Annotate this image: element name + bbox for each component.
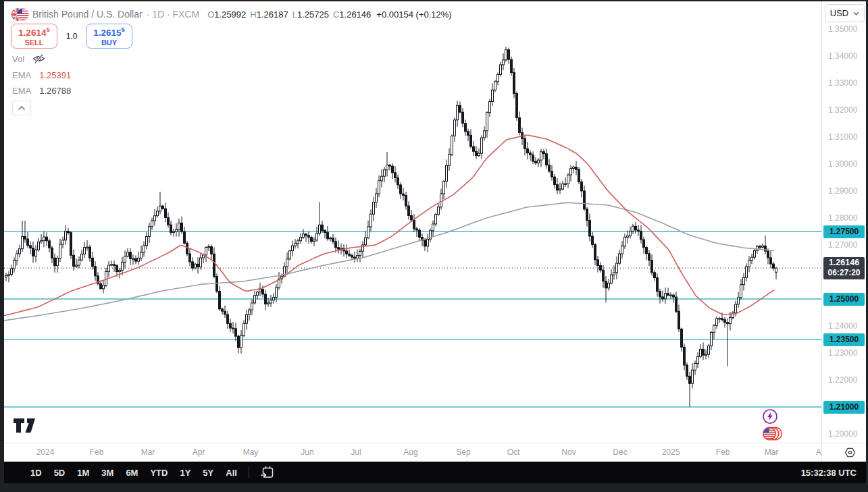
toolbar-divider bbox=[249, 466, 249, 479]
price-tick: 1.32000 bbox=[828, 105, 857, 115]
time-tick[interactable]: Oct bbox=[507, 447, 520, 457]
symbol-meta[interactable]: · 1D · FXCM bbox=[147, 9, 200, 20]
ema-fast-value: 1.25391 bbox=[39, 70, 71, 80]
price-tick: 1.33000 bbox=[828, 78, 857, 88]
time-tick[interactable]: Jun bbox=[301, 447, 313, 457]
currency-dropdown[interactable]: USD bbox=[825, 4, 865, 22]
currency-pair-flags-icon bbox=[11, 7, 28, 21]
bottom-toolbar: 1D5D1M3M6MYTD1Y5YAll 15:32:38 UTC bbox=[4, 462, 866, 483]
range-button-all[interactable]: All bbox=[220, 465, 243, 481]
time-tick[interactable]: Aug bbox=[403, 447, 417, 457]
price-tick: 1.23000 bbox=[828, 348, 857, 358]
range-button-3m[interactable]: 3M bbox=[95, 465, 120, 481]
event-lightning-icon[interactable] bbox=[762, 408, 778, 425]
price-tick: 1.28000 bbox=[828, 213, 857, 223]
ema-fast-label: EMA bbox=[12, 70, 31, 80]
volume-label: Vol bbox=[12, 54, 24, 64]
chevron-down-icon bbox=[853, 11, 859, 16]
key-level-price-label: 1.21000 bbox=[823, 401, 865, 414]
tradingview-chart-page: British Pound / U.S. Dollar · 1D · FXCM … bbox=[0, 0, 868, 492]
ohlc-values: O1.25992H1.26187L1.25725C1.26146 bbox=[207, 9, 371, 20]
time-tick[interactable]: Mar bbox=[141, 447, 155, 457]
time-tick[interactable]: Feb bbox=[90, 447, 104, 457]
range-button-6m[interactable]: 6M bbox=[120, 465, 144, 481]
range-button-1m[interactable]: 1M bbox=[71, 465, 95, 481]
range-button-1d[interactable]: 1D bbox=[24, 465, 48, 481]
ohlc-item: O1.25992 bbox=[207, 9, 246, 20]
price-tick: 1.27000 bbox=[828, 240, 857, 250]
buy-button[interactable]: 1.26155 BUY bbox=[86, 24, 132, 49]
time-tick[interactable]: Feb bbox=[716, 447, 730, 457]
volume-legend-row[interactable]: Vol bbox=[12, 53, 45, 64]
time-tick[interactable]: 2025 bbox=[662, 447, 680, 457]
time-tick[interactable]: Mar bbox=[765, 447, 779, 457]
key-level-lines bbox=[4, 231, 821, 407]
tradingview-logo[interactable] bbox=[13, 418, 36, 433]
key-level-price-label: 1.23500 bbox=[823, 333, 865, 346]
ema-slow-legend-row[interactable]: EMA 1.26788 bbox=[12, 86, 71, 96]
price-tick: 1.31000 bbox=[828, 132, 857, 142]
buy-label: BUY bbox=[101, 38, 117, 48]
sell-button[interactable]: 1.26145 SELL bbox=[11, 24, 57, 49]
candlestick-series bbox=[5, 47, 777, 407]
current-price-label: 1.2614606:27:20 bbox=[823, 257, 865, 279]
currency-dropdown-value: USD bbox=[830, 8, 848, 18]
axis-settings-gear-icon[interactable] bbox=[844, 447, 856, 458]
spread-value: 1.0 bbox=[57, 32, 86, 41]
go-to-date-button[interactable] bbox=[255, 464, 280, 481]
range-button-5d[interactable]: 5D bbox=[48, 465, 72, 481]
chart-plot-area[interactable] bbox=[4, 1, 821, 443]
utc-clock: 15:32:38 UTC bbox=[801, 468, 866, 478]
current-price-value: 1.26146 bbox=[829, 258, 859, 268]
time-tick[interactable]: Apr bbox=[193, 447, 205, 457]
range-button-ytd[interactable]: YTD bbox=[144, 465, 174, 481]
key-level-price-label: 1.25000 bbox=[823, 293, 865, 306]
time-tick[interactable]: Sep bbox=[456, 447, 470, 457]
time-tick[interactable]: Jul bbox=[351, 447, 361, 457]
change-value: +0.00154 (+0.12%) bbox=[376, 9, 451, 20]
chart-widget: British Pound / U.S. Dollar · 1D · FXCM … bbox=[4, 1, 866, 462]
time-axis[interactable]: 2024FebMarAprMayJunJulAugSepOctNovDec202… bbox=[4, 443, 821, 462]
time-tick[interactable]: 2024 bbox=[36, 447, 55, 457]
price-tick: 1.24000 bbox=[828, 321, 857, 331]
ohlc-item: C1.26146 bbox=[333, 9, 371, 20]
time-tick[interactable]: Dec bbox=[613, 447, 627, 457]
eye-off-icon[interactable] bbox=[32, 53, 45, 64]
symbol-title-row[interactable]: British Pound / U.S. Dollar · 1D · FXCM … bbox=[11, 7, 452, 21]
time-tick[interactable]: Nov bbox=[561, 447, 576, 457]
event-us-flag-icon[interactable] bbox=[762, 426, 782, 441]
collapse-panes-button[interactable] bbox=[12, 101, 31, 115]
ohlc-item: L1.25725 bbox=[292, 9, 329, 20]
time-tick[interactable]: May bbox=[243, 447, 259, 457]
price-tick: 1.20000 bbox=[828, 429, 857, 439]
price-tick: 1.29000 bbox=[828, 186, 857, 196]
chevron-up-icon bbox=[18, 105, 26, 111]
price-axis[interactable]: USD 1.350001.340001.330001.320001.310001… bbox=[821, 1, 866, 443]
sell-label: SELL bbox=[24, 38, 43, 48]
price-tick: 1.34000 bbox=[828, 51, 857, 61]
price-tick: 1.30000 bbox=[828, 159, 857, 169]
time-tick[interactable]: A bbox=[816, 447, 821, 457]
price-tick: 1.35000 bbox=[828, 24, 857, 34]
range-button-5y[interactable]: 5Y bbox=[197, 465, 220, 481]
trade-panel: 1.26145 SELL 1.0 1.26155 BUY bbox=[11, 24, 132, 49]
key-level-price-label: 1.27500 bbox=[823, 225, 865, 238]
bar-countdown: 06:27:20 bbox=[827, 268, 860, 278]
price-chart[interactable] bbox=[4, 1, 821, 443]
ema-slow-value: 1.26788 bbox=[39, 86, 71, 96]
calendar-icon bbox=[260, 465, 275, 480]
range-button-1y[interactable]: 1Y bbox=[174, 465, 197, 481]
date-range-buttons: 1D5D1M3M6MYTD1Y5YAll bbox=[4, 465, 243, 481]
ema-slow-label: EMA bbox=[12, 86, 31, 96]
ohlc-item: H1.26187 bbox=[250, 9, 288, 20]
ema-fast-legend-row[interactable]: EMA 1.25391 bbox=[12, 70, 71, 80]
price-tick: 1.22000 bbox=[828, 375, 857, 385]
axis-corner-cell bbox=[821, 443, 866, 462]
ema-slow-line bbox=[4, 202, 774, 321]
symbol-title[interactable]: British Pound / U.S. Dollar bbox=[32, 9, 143, 20]
